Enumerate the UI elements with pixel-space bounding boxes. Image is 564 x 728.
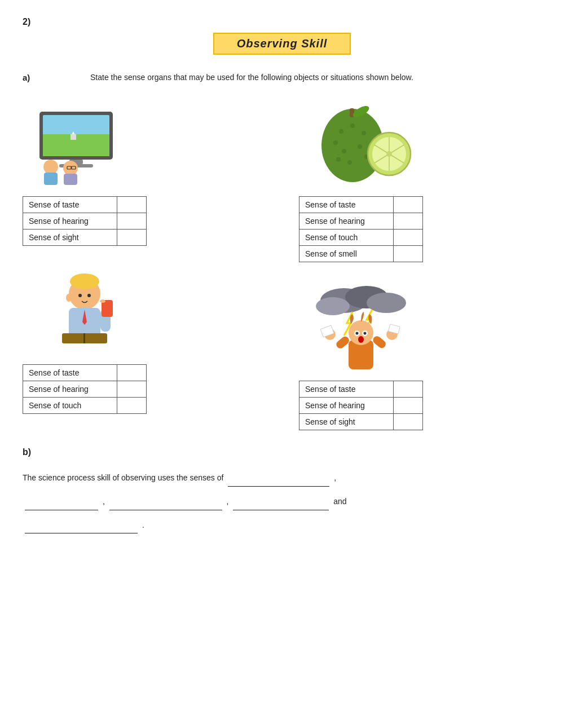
sense-table-tv: Sense of taste Sense of hearing Sense of… bbox=[23, 196, 147, 246]
sense-label: Sense of hearing bbox=[299, 213, 394, 230]
sense-check[interactable] bbox=[393, 381, 422, 398]
table-row: Sense of taste bbox=[299, 381, 423, 398]
fill-blank-4[interactable] bbox=[233, 492, 329, 510]
svg-point-34 bbox=[347, 160, 352, 165]
sense-check[interactable] bbox=[393, 246, 422, 262]
sentence-b-text1: The science process skill of observing u… bbox=[23, 473, 223, 482]
table-row: Sense of hearing bbox=[299, 398, 423, 414]
svg-point-43 bbox=[386, 151, 392, 157]
page-number: 2) bbox=[23, 17, 541, 27]
table-row: Sense of touch bbox=[299, 230, 423, 246]
svg-rect-56 bbox=[335, 335, 351, 350]
svg-point-54 bbox=[364, 332, 367, 335]
svg-point-21 bbox=[78, 294, 82, 297]
table-row: Sense of hearing bbox=[299, 213, 423, 230]
sentence-b-line2: , , and bbox=[23, 492, 541, 510]
sense-table-storm: Sense of taste Sense of hearing Sense of… bbox=[299, 381, 423, 430]
title-box: Observing Skill bbox=[23, 33, 541, 55]
table-row: Sense of touch bbox=[23, 398, 147, 414]
right-column: Sense of taste Sense of hearing Sense of… bbox=[299, 100, 541, 430]
svg-point-48 bbox=[316, 297, 350, 315]
sense-check[interactable] bbox=[393, 414, 422, 430]
svg-point-22 bbox=[87, 294, 91, 297]
svg-point-30 bbox=[333, 140, 338, 145]
illustration-tv bbox=[23, 100, 147, 191]
illustration-storm bbox=[299, 285, 423, 375]
table-row: Sense of taste bbox=[299, 197, 423, 213]
comma-1: , bbox=[334, 473, 336, 482]
page-title: Observing Skill bbox=[213, 33, 351, 55]
svg-point-55 bbox=[358, 336, 364, 343]
sense-label: Sense of taste bbox=[23, 365, 117, 381]
svg-rect-25 bbox=[83, 333, 85, 343]
fill-blank-2[interactable] bbox=[25, 492, 98, 510]
image-section-boy: Sense of taste Sense of hearing Sense of… bbox=[23, 268, 265, 414]
svg-rect-10 bbox=[64, 174, 77, 185]
section-a-question: State the sense organs that may be used … bbox=[90, 72, 413, 83]
svg-rect-8 bbox=[44, 173, 58, 185]
table-row: Sense of smell bbox=[299, 246, 423, 262]
sense-label: Sense of taste bbox=[23, 197, 117, 213]
svg-point-31 bbox=[342, 149, 346, 153]
section-a: a) State the sense organs that may be us… bbox=[23, 72, 541, 95]
fill-blank-1[interactable] bbox=[228, 469, 329, 487]
svg-rect-4 bbox=[70, 134, 76, 140]
section-b: b) The science process skill of observin… bbox=[23, 447, 541, 533]
image-section-tv: Sense of taste Sense of hearing Sense of… bbox=[23, 100, 265, 246]
sense-label: Sense of smell bbox=[299, 246, 394, 262]
table-row: Sense of taste bbox=[23, 365, 147, 381]
table-row: Sense of hearing bbox=[23, 381, 147, 398]
sense-label: Sense of hearing bbox=[299, 398, 394, 414]
sense-label: Sense of sight bbox=[299, 414, 394, 430]
sense-check[interactable] bbox=[117, 213, 146, 230]
table-row: Sense of sight bbox=[299, 414, 423, 430]
left-column: Sense of taste Sense of hearing Sense of… bbox=[23, 100, 265, 430]
illustration-fruit bbox=[299, 100, 423, 191]
section-b-label: b) bbox=[23, 447, 541, 457]
svg-rect-57 bbox=[372, 334, 387, 350]
sense-check[interactable] bbox=[117, 381, 146, 398]
svg-point-15 bbox=[70, 273, 99, 289]
illustration-boy bbox=[23, 268, 147, 359]
table-row: Sense of taste bbox=[23, 197, 147, 213]
svg-point-28 bbox=[350, 123, 355, 128]
svg-point-32 bbox=[358, 144, 362, 149]
image-section-storm: Sense of taste Sense of hearing Sense of… bbox=[299, 285, 541, 430]
sense-check[interactable] bbox=[393, 398, 422, 414]
image-section-fruit: Sense of taste Sense of hearing Sense of… bbox=[299, 100, 541, 262]
sentence-b-line1: The science process skill of observing u… bbox=[23, 469, 541, 487]
sense-label: Sense of touch bbox=[299, 230, 394, 246]
sense-label: Sense of taste bbox=[299, 197, 394, 213]
and-text: and bbox=[333, 497, 346, 506]
sense-check[interactable] bbox=[117, 365, 146, 381]
sense-label: Sense of sight bbox=[23, 230, 117, 246]
section-a-label: a) bbox=[23, 72, 56, 82]
svg-point-27 bbox=[339, 129, 343, 134]
svg-point-7 bbox=[43, 160, 58, 174]
fill-blank-3[interactable] bbox=[109, 492, 222, 510]
comma-2: , bbox=[103, 497, 107, 506]
sense-label: Sense of taste bbox=[299, 381, 394, 398]
sense-check[interactable] bbox=[117, 230, 146, 246]
svg-point-53 bbox=[356, 332, 359, 335]
sense-table-fruit: Sense of taste Sense of hearing Sense of… bbox=[299, 196, 423, 262]
fill-blank-5[interactable] bbox=[25, 516, 138, 534]
sense-check[interactable] bbox=[393, 230, 422, 246]
comma-3: , bbox=[227, 497, 231, 506]
sense-label: Sense of hearing bbox=[23, 381, 117, 398]
period: . bbox=[142, 520, 144, 530]
sense-table-boy: Sense of taste Sense of hearing Sense of… bbox=[23, 364, 147, 414]
svg-point-35 bbox=[336, 157, 341, 162]
sentence-b-line3: . bbox=[23, 516, 541, 534]
sense-label: Sense of hearing bbox=[23, 213, 117, 230]
sense-label: Sense of touch bbox=[23, 398, 117, 414]
svg-point-29 bbox=[362, 131, 366, 135]
svg-point-20 bbox=[100, 299, 105, 303]
table-row: Sense of hearing bbox=[23, 213, 147, 230]
sense-check[interactable] bbox=[117, 197, 146, 213]
sense-check[interactable] bbox=[117, 398, 146, 414]
sense-check[interactable] bbox=[393, 197, 422, 213]
svg-point-23 bbox=[66, 294, 72, 302]
sense-check[interactable] bbox=[393, 213, 422, 230]
questions-grid: Sense of taste Sense of hearing Sense of… bbox=[23, 100, 541, 430]
